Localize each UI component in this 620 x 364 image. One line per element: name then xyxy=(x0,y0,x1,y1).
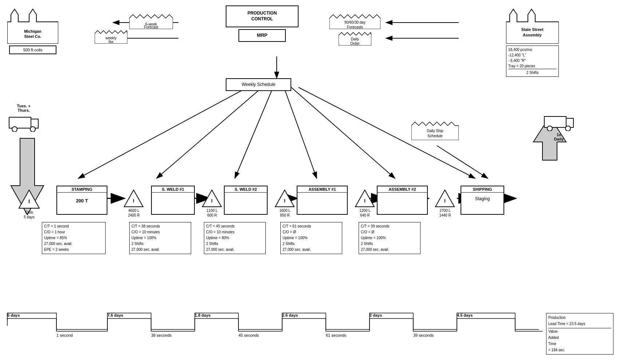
assembly2-box: ASSEMBLY #2 xyxy=(377,186,428,215)
svg-point-48 xyxy=(30,127,35,132)
sweld2-content xyxy=(225,193,267,195)
inventory-4: I 1200 L640 R xyxy=(355,189,375,218)
assembly2-title: ASSEMBLY #2 xyxy=(378,186,427,193)
shipping-content: Staging xyxy=(461,193,503,203)
svg-text:I: I xyxy=(28,198,30,204)
stamping-box: STAMPING 200 T xyxy=(56,186,107,215)
production-control-box: PRODUCTIONCONTROL xyxy=(226,5,299,27)
stamping-title: STAMPING xyxy=(57,186,107,193)
forecast-90-shape: 90/60/30 day Forecasts xyxy=(329,13,380,29)
svg-text:Order: Order xyxy=(350,41,360,46)
assembly2-data: C/T = 39 seconds C/O = Ø Uptime = 100% 2… xyxy=(359,222,420,254)
sweld2-box: S. WELD #2 xyxy=(224,186,268,215)
weekly-schedule-box: Weekly Schedule xyxy=(226,78,291,91)
sweld2-title: S. WELD #2 xyxy=(225,186,267,193)
supplier-truck: Tues. +Thurs. xyxy=(7,104,40,132)
svg-text:Forecast: Forecast xyxy=(144,25,158,29)
inventory-2: I 1100 L600 R xyxy=(202,189,222,218)
daily-ship-schedule-box: Daily Ship Schedule xyxy=(411,120,459,140)
sweld1-box: S. WELD #1 xyxy=(151,186,195,215)
svg-text:Assembly: Assembly xyxy=(523,33,542,37)
forecast-6week-shape: 6-week Forecast xyxy=(129,13,173,29)
svg-text:I: I xyxy=(444,198,446,203)
svg-line-13 xyxy=(291,87,395,178)
svg-line-15 xyxy=(437,146,488,178)
svg-text:Daily Ship: Daily Ship xyxy=(427,129,443,133)
assembly1-content xyxy=(297,193,347,195)
coils-label: 500 ft coils xyxy=(9,46,56,54)
shipping-title: SHIPPING xyxy=(461,186,503,193)
mrp-box: MRP xyxy=(238,29,286,42)
svg-text:Schedule: Schedule xyxy=(427,134,443,138)
svg-text:Daily: Daily xyxy=(351,37,359,41)
svg-text:I: I xyxy=(211,198,213,203)
svg-point-52 xyxy=(565,126,570,131)
weekly-fax-shape: weekly fax xyxy=(95,29,127,44)
svg-point-51 xyxy=(547,126,552,131)
svg-text:Forecasts: Forecasts xyxy=(347,25,363,29)
shipping-box: SHIPPING Staging xyxy=(461,186,504,215)
assembly1-title: ASSEMBLY #1 xyxy=(297,186,347,193)
sweld1-content xyxy=(152,193,194,195)
stamping-data: C/T = 1 second C/O = 1 hour Uptime = 85%… xyxy=(42,222,106,254)
sweld2-data: C/T = 45 seconds C/O = 10 minutes Uptime… xyxy=(204,222,266,254)
svg-line-10 xyxy=(157,87,262,178)
assembly1-data: C/T = 61 seconds C/O = Ø Uptime = 100% 2… xyxy=(280,222,342,254)
sweld1-title: S. WELD #1 xyxy=(152,186,194,193)
svg-rect-49 xyxy=(544,116,566,127)
svg-marker-42 xyxy=(506,9,559,44)
svg-line-11 xyxy=(235,87,273,178)
mrp-label: MRP xyxy=(257,32,268,39)
assembly2-content xyxy=(378,193,427,195)
svg-text:90/60/30 day: 90/60/30 day xyxy=(344,20,366,24)
michigan-steel-factory: Michigan Steel Co. xyxy=(7,7,58,44)
weekly-schedule-label: Weekly Schedule xyxy=(242,82,276,88)
assembly1-box: ASSEMBLY #1 xyxy=(297,186,348,215)
svg-text:State Street: State Street xyxy=(521,27,543,32)
svg-text:I: I xyxy=(284,198,285,203)
sweld1-data: C/T = 38 seconds C/O = 10 minutes Uptime… xyxy=(129,222,191,254)
inventory-3: I 1600 L850 R xyxy=(275,189,295,218)
svg-text:Steel Co.: Steel Co. xyxy=(24,34,41,39)
svg-text:I: I xyxy=(133,198,134,203)
inventory-1: I 4600 L2400 R xyxy=(124,189,144,218)
daily-order-shape: Daily Order xyxy=(339,31,371,46)
svg-text:fax: fax xyxy=(108,40,113,44)
svg-text:Michigan: Michigan xyxy=(24,29,42,33)
inventory-coils: I Coils5 days xyxy=(18,189,40,219)
svg-text:I: I xyxy=(364,198,366,203)
production-control-label: PRODUCTIONCONTROL xyxy=(248,11,277,22)
stamping-content: 200 T xyxy=(57,193,107,205)
lead-time-summary: Production Lead Time = 23.5 days Value- … xyxy=(546,313,613,355)
customer-truck: 1xDaily xyxy=(542,113,575,141)
svg-point-47 xyxy=(12,127,17,132)
customer-details: 18,400 pcs/mo -12,400 "L" - 6,400 "R" Tr… xyxy=(506,46,559,77)
timeline-zigzag xyxy=(0,306,550,346)
svg-line-12 xyxy=(284,87,317,178)
svg-rect-45 xyxy=(9,117,31,128)
svg-line-9 xyxy=(78,87,248,178)
inventory-5: I 2700 L1440 R xyxy=(435,189,455,218)
state-street-factory: State Street Assembly xyxy=(506,7,559,44)
